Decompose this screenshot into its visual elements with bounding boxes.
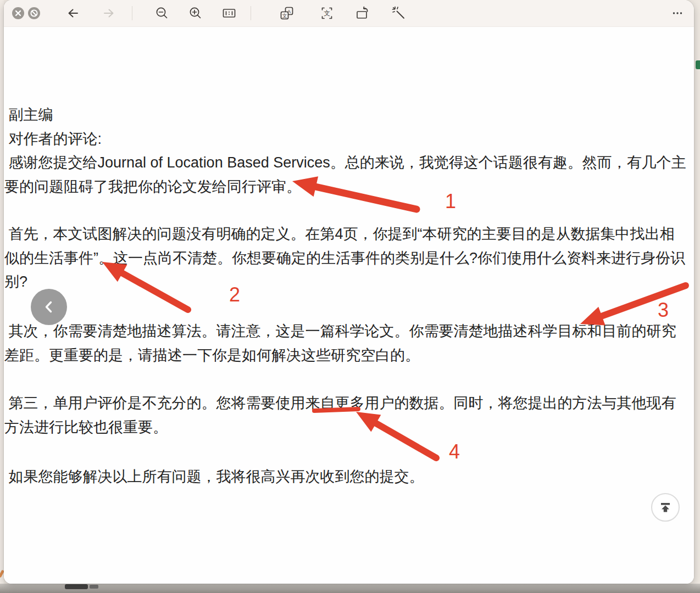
toolbar-divider: [132, 6, 132, 20]
magic-wand-icon[interactable]: [391, 5, 407, 21]
doc-line: 如果您能够解决以上所有问题，我将很高兴再次收到您的提交。: [4, 465, 424, 489]
previous-image-button[interactable]: [31, 289, 67, 325]
background-window-strip: [0, 0, 4, 584]
back-icon[interactable]: [65, 5, 81, 21]
desktop-bottom-band: [0, 584, 700, 593]
more-icon[interactable]: [670, 5, 685, 21]
background-text-smudge: [65, 584, 88, 589]
extract-text-icon[interactable]: 文: [319, 5, 335, 21]
chevron-left-icon: [41, 299, 57, 315]
zoom-in-icon[interactable]: [188, 5, 203, 21]
zoom-out-icon[interactable]: [154, 5, 170, 21]
arrow-to-top-icon: [658, 500, 673, 515]
doc-line: 副主编: [4, 103, 53, 127]
close-icon[interactable]: [10, 5, 26, 21]
background-text-smudge: [90, 585, 98, 589]
svg-text:文: 文: [282, 13, 287, 19]
doc-line: 首先，本文试图解决的问题没有明确的定义。在第4页，你提到“本研究的主要目的是从数…: [4, 222, 675, 246]
annotation-number-1: 1: [445, 192, 456, 211]
doc-line: 其次，你需要清楚地描述算法。请注意，这是一篇科学论文。你需要清楚地描述科学目标和…: [4, 320, 676, 343]
actual-size-icon[interactable]: [221, 5, 237, 21]
doc-line: 第三，单用户评价是不充分的。您将需要使用来自更多用户的数据。同时，将您提出的方法…: [4, 391, 676, 415]
block-icon[interactable]: [26, 5, 42, 21]
translate-icon[interactable]: A 文: [279, 5, 295, 21]
doc-line: 感谢您提交给Journal of Location Based Services…: [4, 151, 686, 175]
annotation-number-4: 4: [449, 442, 460, 462]
image-viewer-window: A 文 文: [4, 0, 694, 584]
doc-line: 似的生活事件”。这一点尚不清楚。你想要确定的生活事件的类别是什么?你们使用什么资…: [4, 247, 685, 270]
back-to-top-button[interactable]: [651, 493, 680, 522]
rotate-icon[interactable]: [355, 5, 370, 21]
toolbar-divider: [251, 6, 251, 20]
annotation-number-2: 2: [229, 285, 240, 305]
forward-icon[interactable]: [101, 5, 116, 21]
doc-line: 差距。更重要的是，请描述一下你是如何解决这些研究空白的。: [4, 344, 420, 367]
viewer-toolbar: A 文 文: [4, 0, 694, 27]
svg-text:文: 文: [324, 10, 330, 16]
doc-line: 对作者的评论:: [4, 127, 102, 151]
doc-line: 别?: [4, 270, 27, 294]
doc-line: 要的问题阻碍了我把你的论文发给同行评审。: [4, 175, 301, 199]
doc-line: 方法进行比较也很重要。: [4, 416, 168, 439]
background-green-icon-sliver: [696, 60, 700, 69]
image-canvas[interactable]: [4, 27, 694, 584]
annotation-number-3: 3: [658, 300, 669, 320]
